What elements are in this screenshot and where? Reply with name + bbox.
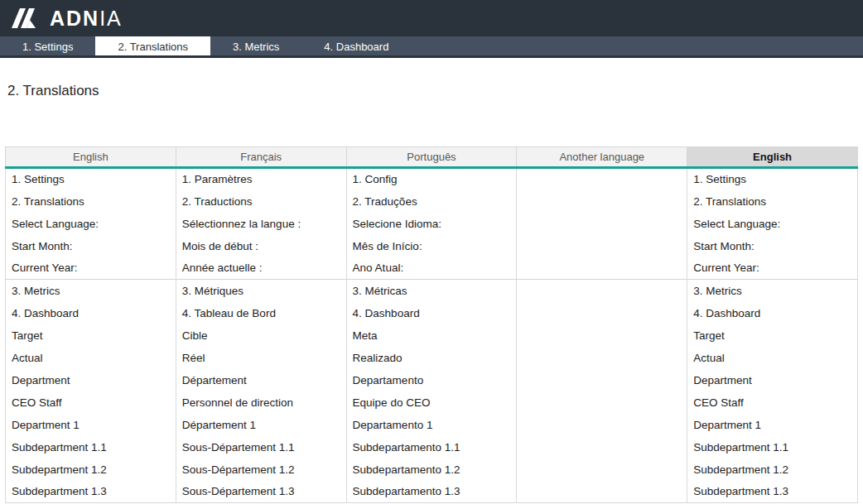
table-cell[interactable]: Departamento xyxy=(346,369,517,391)
table-cell[interactable]: 1. Config xyxy=(346,168,517,190)
table-cell[interactable]: 1. Paramètres xyxy=(176,168,346,190)
table-cell[interactable]: 1. Settings xyxy=(687,168,858,190)
table-cell[interactable] xyxy=(517,213,687,235)
table-cell[interactable] xyxy=(517,280,687,302)
table-cell[interactable] xyxy=(517,391,687,414)
table-cell[interactable]: Actual xyxy=(687,347,858,369)
table-cell[interactable]: Personnel de direction xyxy=(176,391,346,414)
header-row: English Français Português Another langu… xyxy=(6,147,858,168)
translations-table: English Français Português Another langu… xyxy=(5,146,858,503)
table-row: Current Year:Année actuelle :Ano Atual:C… xyxy=(6,257,858,280)
table-cell[interactable] xyxy=(517,190,687,213)
table-cell[interactable] xyxy=(517,235,687,257)
table-cell[interactable]: Cible xyxy=(176,324,346,347)
tab-settings[interactable]: 1. Settings xyxy=(0,36,95,55)
table-cell[interactable]: Sous-Département 1.2 xyxy=(176,458,346,481)
table-cell[interactable]: Département xyxy=(176,369,346,391)
table-cell[interactable] xyxy=(517,481,687,503)
table-cell[interactable]: Année actuelle : xyxy=(176,257,346,280)
table-cell[interactable]: Department xyxy=(687,369,858,391)
table-cell[interactable]: Subdepartment 1.2 xyxy=(687,458,858,481)
table-row: Select Language:Sélectionnez la langue :… xyxy=(6,213,858,235)
table-cell[interactable]: Actual xyxy=(6,347,176,369)
table-cell[interactable]: Sélectionnez la langue : xyxy=(176,213,346,235)
column-header-portugues[interactable]: Português xyxy=(346,147,517,168)
table-cell[interactable]: Selecione Idioma: xyxy=(346,213,517,235)
table-cell[interactable]: Subdepartment 1.3 xyxy=(687,481,858,503)
column-header-english-selected[interactable]: English xyxy=(687,147,858,168)
table-cell[interactable]: Current Year: xyxy=(687,257,858,280)
table-cell[interactable] xyxy=(517,324,687,347)
table-cell[interactable] xyxy=(517,168,687,190)
table-cell[interactable] xyxy=(517,458,687,481)
table-cell[interactable]: Realizado xyxy=(346,347,517,369)
table-row: ActualRéelRealizadoActual xyxy=(6,347,858,369)
table-cell[interactable]: Subdepartamento 1.1 xyxy=(346,436,517,458)
table-row: Subdepartment 1.2Sous-Département 1.2Sub… xyxy=(6,458,858,481)
table-cell[interactable] xyxy=(517,347,687,369)
table-cell[interactable]: Meta xyxy=(346,324,517,347)
table-cell[interactable]: CEO Staff xyxy=(687,391,858,414)
table-cell[interactable]: Start Month: xyxy=(687,235,858,257)
table-cell[interactable]: Target xyxy=(6,324,176,347)
table-cell[interactable]: 1. Settings xyxy=(6,168,176,190)
table-cell[interactable]: 2. Translations xyxy=(6,190,176,213)
table-cell[interactable]: Departamento 1 xyxy=(346,414,517,436)
table-cell[interactable]: Département 1 xyxy=(176,414,346,436)
table-cell[interactable]: 2. Traduções xyxy=(346,190,517,213)
table-cell[interactable]: Réel xyxy=(176,347,346,369)
tab-translations[interactable]: 2. Translations xyxy=(95,36,210,55)
table-cell[interactable]: Subdepartment 1.1 xyxy=(6,436,176,458)
table-cell[interactable]: 4. Dashboard xyxy=(346,302,517,324)
brand-wordmark: ADNIA xyxy=(50,8,123,29)
table-row: Subdepartment 1.3Sous-Département 1.3Sub… xyxy=(6,481,858,503)
table-row: Department 1Département 1Departamento 1D… xyxy=(6,414,858,436)
brand-wordmark-light: IA xyxy=(99,7,123,30)
table-cell[interactable]: 3. Métriques xyxy=(176,280,346,302)
table-cell[interactable]: Ano Atual: xyxy=(346,257,517,280)
column-header-francais[interactable]: Français xyxy=(176,147,346,168)
table-cell[interactable]: Subdepartamento 1.3 xyxy=(346,481,517,503)
table-cell[interactable] xyxy=(517,436,687,458)
table-cell[interactable]: 4. Dashboard xyxy=(687,302,858,324)
table-cell[interactable] xyxy=(517,414,687,436)
table-cell[interactable]: Department xyxy=(6,369,176,391)
table-cell[interactable]: Subdepartment 1.1 xyxy=(687,436,858,458)
table-cell[interactable]: 2. Traductions xyxy=(176,190,346,213)
table-cell[interactable]: 3. Metrics xyxy=(6,280,176,302)
translations-table-body: 1. Settings1. Paramètres1. Config1. Sett… xyxy=(6,168,858,503)
table-row: Start Month:Mois de début :Mês de Início… xyxy=(6,235,858,257)
table-cell[interactable] xyxy=(517,369,687,391)
tab-metrics[interactable]: 3. Metrics xyxy=(210,36,301,55)
tab-dashboard[interactable]: 4. Dashboard xyxy=(301,36,411,55)
table-cell[interactable]: Equipe do CEO xyxy=(346,391,517,414)
sheet-tab-bar: 1. Settings 2. Translations 3. Metrics 4… xyxy=(0,36,863,58)
table-cell[interactable]: Start Month: xyxy=(6,235,176,257)
table-cell[interactable]: 4. Tableau de Bord xyxy=(176,302,346,324)
table-cell[interactable]: 2. Translations xyxy=(687,190,858,213)
column-header-another-language[interactable]: Another language xyxy=(517,147,687,168)
table-cell[interactable]: Mois de début : xyxy=(176,235,346,257)
table-cell[interactable]: CEO Staff xyxy=(6,391,176,414)
table-cell[interactable]: Sous-Département 1.1 xyxy=(176,436,346,458)
table-cell[interactable]: Subdepartamento 1.2 xyxy=(346,458,517,481)
table-cell[interactable]: 3. Metrics xyxy=(687,280,858,302)
table-cell[interactable]: 4. Dashboard xyxy=(6,302,176,324)
table-cell[interactable]: Department 1 xyxy=(687,414,858,436)
table-cell[interactable]: Select Language: xyxy=(687,213,858,235)
table-cell[interactable]: Select Language: xyxy=(6,213,176,235)
table-cell[interactable]: 3. Métricas xyxy=(346,280,517,302)
table-cell[interactable]: Subdepartment 1.3 xyxy=(6,481,176,503)
column-header-english[interactable]: English xyxy=(6,147,176,168)
table-row: 4. Dashboard4. Tableau de Bord4. Dashboa… xyxy=(6,302,858,324)
table-row: 3. Metrics3. Métriques3. Métricas3. Metr… xyxy=(6,280,858,302)
translations-table-header: English Français Português Another langu… xyxy=(6,147,858,168)
table-cell[interactable]: Subdepartment 1.2 xyxy=(6,458,176,481)
table-cell[interactable]: Sous-Département 1.3 xyxy=(176,481,346,503)
table-cell[interactable] xyxy=(517,257,687,280)
table-cell[interactable]: Current Year: xyxy=(6,257,176,280)
table-cell[interactable]: Department 1 xyxy=(6,414,176,436)
table-cell[interactable]: Target xyxy=(687,324,858,347)
table-cell[interactable] xyxy=(517,302,687,324)
table-cell[interactable]: Mês de Início: xyxy=(346,235,517,257)
